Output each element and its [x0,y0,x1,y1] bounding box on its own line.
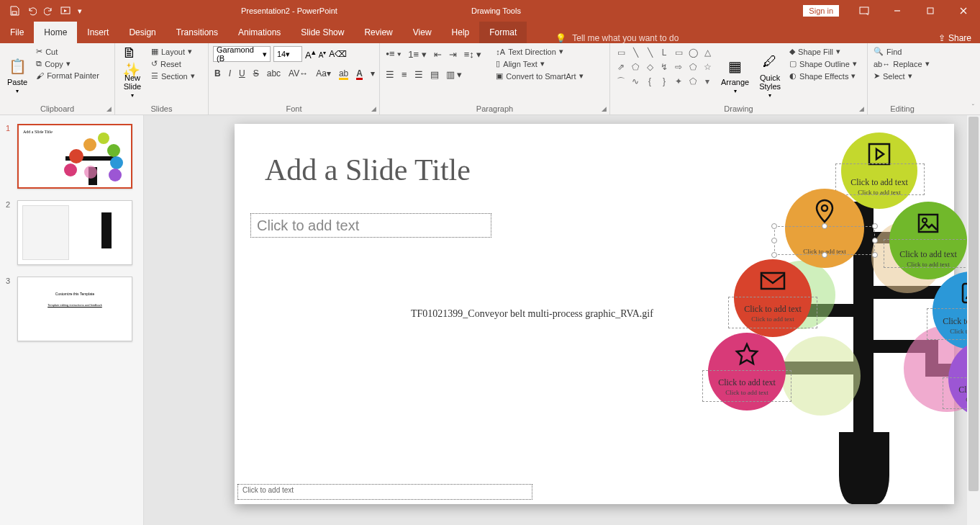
tab-format[interactable]: Format [479,22,527,43]
text-direction-icon: ↕A [496,48,505,56]
shape-outline-button[interactable]: ▢Shape Outline ▾ [788,58,858,69]
minimize-button[interactable] [881,0,914,22]
slide-thumbnail-1[interactable]: Add a Slide Title [17,124,132,189]
redo-icon[interactable] [40,2,58,19]
increase-font-icon[interactable]: A▴ [305,48,316,60]
shape-fill-button[interactable]: ◆Shape Fill ▾ [788,46,858,57]
font-color-button[interactable]: A [356,68,363,78]
maximize-button[interactable] [914,0,947,22]
lightbulb-icon: 💡 [555,33,566,43]
tab-animations[interactable]: Animations [228,22,291,43]
slide-thumbnail-panel[interactable]: 1 Add a Slide Title 2 [0,115,144,525]
font-dialog-launcher[interactable]: ◢ [371,105,376,112]
text-direction-button[interactable]: ↕AText Direction ▾ [494,46,584,57]
decrease-font-icon[interactable]: A▾ [319,49,327,59]
line-spacing-button[interactable]: ≡↕ ▾ [464,49,482,60]
layout-button[interactable]: ▦Layout ▾ [150,46,196,57]
thumb-number: 3 [6,277,13,341]
slide-thumbnail-3[interactable]: Customize this Template Template editing… [17,277,132,341]
copy-button[interactable]: ⧉Copy ▾ [35,58,101,69]
character-spacing-button[interactable]: AV↔ [289,68,308,78]
tab-help[interactable]: Help [442,22,480,43]
start-from-beginning-icon[interactable] [58,2,75,19]
tell-me-search[interactable]: 💡 Tell me what you want to do [555,33,679,43]
text-highlight-button[interactable]: ab [339,68,348,78]
arrange-icon: ▦ [725,56,745,76]
numbering-button[interactable]: 1≡ ▾ [408,49,426,60]
save-icon[interactable] [6,2,23,19]
paste-icon: 📋 [7,56,27,76]
vertical-scrollbar[interactable] [967,115,980,525]
tab-file[interactable]: File [0,22,34,43]
play-icon [867,142,891,166]
selected-textbox[interactable] [774,226,875,255]
convert-smartart-button[interactable]: ▣Convert to SmartArt ▾ [494,71,584,81]
slide-title-placeholder[interactable]: Add a Slide Title [265,153,471,187]
format-painter-button[interactable]: 🖌Format Painter [35,71,101,81]
tab-transitions[interactable]: Transitions [166,22,228,43]
decrease-indent-button[interactable]: ⇤ [434,49,442,60]
svg-rect-11 [761,273,784,289]
selection-box [835,163,925,195]
drawing-dialog-launcher[interactable]: ◢ [859,105,864,112]
clipboard-dialog-launcher[interactable]: ◢ [106,105,112,112]
slide[interactable]: Add a Slide Title Click to add text TF01… [235,124,954,504]
slide-content-placeholder[interactable]: Click to add text [250,213,491,238]
paste-button[interactable]: 📋 Paste ▾ [4,46,30,104]
columns-button[interactable]: ▥ ▾ [446,69,463,80]
find-icon: 🔍 [874,47,884,56]
ribbon-display-options-icon[interactable] [848,0,881,22]
group-drawing-label: Drawing [614,104,863,115]
group-font-label: Font [213,104,375,115]
close-button[interactable] [947,0,980,22]
share-button[interactable]: ⇪ Share [938,33,971,43]
italic-button[interactable]: I [229,68,231,78]
collapse-ribbon-icon[interactable]: ˇ [972,104,974,112]
arrange-button[interactable]: ▦ Arrange▾ [718,46,752,104]
tab-view[interactable]: View [403,22,442,43]
find-button[interactable]: 🔍Find [872,46,931,57]
tab-insert[interactable]: Insert [77,22,119,43]
reset-button[interactable]: ↺Reset [150,58,196,69]
qat-customize-icon[interactable]: ▾ [75,2,85,19]
font-size-combo[interactable]: 14 ▾ [273,46,302,62]
sign-in-button[interactable]: Sign in [803,5,839,17]
shape-effects-button[interactable]: ◐Shape Effects ▾ [788,71,858,81]
selection-box [702,370,791,402]
slide-thumbnail-2[interactable] [17,200,132,265]
align-left-button[interactable]: ☰ [386,69,394,80]
font-name-combo[interactable]: Garamond (B ▾ [213,46,271,62]
bullets-button[interactable]: ⦁≡ ▾ [386,48,401,60]
align-right-button[interactable]: ☰ [414,69,423,80]
cut-button[interactable]: ✂Cut [35,46,101,57]
tab-design[interactable]: Design [119,22,165,43]
section-icon: ☰ [151,71,158,81]
replace-button[interactable]: ab↔Replace ▾ [872,58,931,69]
justify-button[interactable]: ▤ [430,69,439,80]
text-shadow-button[interactable]: abc [267,68,281,78]
svg-rect-7 [869,144,889,164]
select-button[interactable]: ➤Select ▾ [872,71,931,81]
section-button[interactable]: ☰Section ▾ [150,71,196,81]
tab-review[interactable]: Review [354,22,402,43]
quick-styles-icon: 🖊 [760,52,780,72]
new-slide-button[interactable]: 🗎✨ New Slide ▾ [119,46,145,104]
undo-icon[interactable] [23,2,40,19]
bold-button[interactable]: B [214,68,221,78]
tab-home[interactable]: Home [34,22,77,43]
underline-button[interactable]: U [239,68,245,78]
paragraph-dialog-launcher[interactable]: ◢ [602,105,607,112]
shapes-gallery[interactable]: ▭╲╲L▭◯△ ⇗⬠◇↯⇨⬠☆ ⌒∿{}✦⬠▾ [614,46,714,104]
align-center-button[interactable]: ≡ [401,69,407,80]
clear-formatting-icon[interactable]: A⌫ [329,49,347,59]
change-case-button[interactable]: Aa▾ [316,68,331,78]
increase-indent-button[interactable]: ⇥ [449,49,457,60]
svg-rect-2 [860,7,868,14]
new-slide-label: New Slide [124,73,141,91]
strikethrough-button[interactable]: S [253,68,259,78]
tab-slideshow[interactable]: Slide Show [291,22,354,43]
quick-styles-button[interactable]: 🖊 Quick Styles▾ [756,46,784,104]
slide-canvas-area[interactable]: Add a Slide Title Click to add text TF01… [144,115,980,525]
align-text-button[interactable]: ▯Align Text ▾ [494,58,584,69]
shape-effects-icon: ◐ [789,71,797,81]
